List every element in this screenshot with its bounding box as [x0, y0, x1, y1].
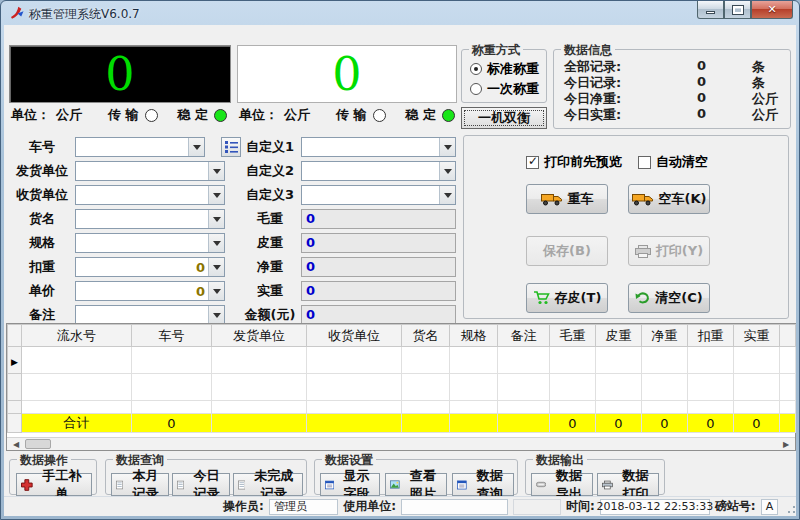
col-serial-no[interactable]: 流水号 — [22, 325, 132, 347]
net-weight-field: 0 — [301, 257, 456, 277]
tare-weight-field: 0 — [301, 233, 456, 253]
chevron-down-icon[interactable] — [208, 258, 224, 276]
col-actual[interactable]: 实重 — [734, 325, 780, 347]
amount-label: 金额(元) — [239, 306, 301, 324]
save-button[interactable]: 保存(B) — [526, 236, 608, 266]
station-value: A — [761, 499, 779, 515]
export-disk-icon — [536, 480, 546, 489]
records-table: 流水号 车号 发货单位 收货单位 货名 规格 备注 毛重 皮重 净重 扣重 实重… — [6, 323, 796, 451]
close-button[interactable]: ✕ — [751, 1, 793, 19]
document-icon — [116, 479, 123, 491]
goods-name-combobox[interactable] — [75, 209, 225, 229]
stable-label: 稳 定 — [406, 106, 437, 124]
undo-arrow-icon — [635, 291, 650, 305]
chevron-down-icon[interactable] — [208, 282, 224, 300]
col-goods[interactable]: 货名 — [402, 325, 450, 347]
table-row[interactable] — [8, 374, 796, 401]
view-photos-button[interactable]: 查看照片 — [385, 473, 447, 496]
truck-no-combobox[interactable] — [75, 137, 205, 157]
remark-combobox[interactable] — [75, 305, 225, 325]
info-row-today-actual: 今日实重: 0 公斤 — [564, 106, 782, 122]
maximize-icon — [733, 6, 743, 14]
loaded-truck-button[interactable]: 重车 — [526, 184, 608, 214]
minimize-icon — [706, 11, 715, 14]
total-truck-count: 0 — [132, 414, 212, 433]
col-shipper[interactable]: 发货单位 — [212, 325, 307, 347]
display-fields-button[interactable]: 显示字段 — [320, 473, 380, 496]
col-spec[interactable]: 规格 — [450, 325, 498, 347]
truck-no-list-button[interactable] — [221, 137, 241, 157]
receiver-label: 收货单位 — [9, 186, 75, 204]
col-deduct[interactable]: 扣重 — [688, 325, 734, 347]
scroll-left-icon[interactable]: ◀ — [9, 439, 23, 450]
chevron-down-icon[interactable] — [208, 210, 224, 228]
chevron-down-icon[interactable] — [208, 306, 224, 324]
custom3-combobox[interactable] — [301, 185, 456, 205]
empty-truck-button[interactable]: 空车(K) — [628, 184, 710, 214]
table-header-row: 流水号 车号 发货单位 收货单位 货名 规格 备注 毛重 皮重 净重 扣重 实重 — [8, 325, 796, 347]
col-tare[interactable]: 皮重 — [596, 325, 642, 347]
row-gutter — [8, 325, 22, 347]
preview-print-checkbox[interactable]: 打印前先预览 — [526, 153, 622, 171]
col-remark[interactable]: 备注 — [498, 325, 550, 347]
unit-price-combobox[interactable]: 0 — [75, 281, 225, 301]
custom3-label: 自定义3 — [239, 186, 301, 204]
actual-weight-field: 0 — [301, 281, 456, 301]
unfinished-records-button[interactable]: 未完成记录 — [233, 473, 303, 496]
scroll-right-icon[interactable]: ▶ — [779, 439, 793, 450]
data-query-button[interactable]: 数据查询 — [452, 473, 514, 496]
table-row[interactable]: ▶ — [8, 347, 796, 374]
gross-weight-label: 毛重 — [239, 210, 301, 228]
indicator-row-primary: 单位： 公斤 传 输 稳 定 — [11, 106, 227, 124]
dual-scale-button[interactable]: 一机双衡 — [461, 107, 547, 129]
chevron-down-icon[interactable] — [208, 186, 224, 204]
month-records-button[interactable]: 本月记录 — [111, 473, 169, 496]
app-window: 称重管理系统V6.0.7 ✕ 系统操作(F) 数据维护(D) 系统维护(S) 打… — [0, 0, 800, 520]
custom2-combobox[interactable] — [301, 161, 456, 181]
print-button[interactable]: 打印(Y) — [628, 236, 710, 266]
unit-label: 单位： — [239, 106, 278, 124]
minimize-button[interactable] — [697, 1, 724, 19]
cart-icon — [533, 291, 550, 305]
resize-grip-icon[interactable] — [785, 499, 796, 515]
printer-icon — [635, 245, 651, 258]
chevron-down-icon[interactable] — [208, 162, 224, 180]
total-label: 合计 — [22, 414, 132, 433]
station-label: 磅站号: — [715, 498, 756, 515]
col-receiver[interactable]: 收货单位 — [307, 325, 402, 347]
maximize-button[interactable] — [724, 1, 751, 19]
col-truck-no[interactable]: 车号 — [132, 325, 212, 347]
chevron-down-icon[interactable] — [439, 186, 455, 204]
table-row[interactable] — [8, 401, 796, 414]
data-print-button[interactable]: 数据打印 — [597, 473, 659, 496]
clear-button[interactable]: 清空(C) — [628, 283, 710, 313]
col-net[interactable]: 净重 — [642, 325, 688, 347]
today-records-button[interactable]: 今日记录 — [172, 473, 230, 496]
scrollbar-thumb[interactable] — [25, 439, 51, 449]
radio-single-weigh[interactable]: 一次称重 — [470, 80, 539, 98]
chevron-down-icon[interactable] — [439, 162, 455, 180]
shipper-combobox[interactable] — [75, 161, 225, 181]
chevron-down-icon[interactable] — [188, 138, 204, 156]
transmit-lamp-icon — [145, 109, 158, 122]
custom1-combobox[interactable] — [301, 137, 456, 157]
time-value: 2018-03-12 22:53:33 — [600, 499, 710, 515]
data-export-button[interactable]: 数据导出 — [531, 473, 593, 496]
store-tare-button[interactable]: 存皮(T) — [526, 283, 608, 313]
receiver-combobox[interactable] — [75, 185, 225, 205]
auto-clear-checkbox[interactable]: 自动清空 — [638, 153, 708, 171]
radio-standard-weigh[interactable]: 标准称重 — [470, 60, 539, 78]
total-row: 合计 0 0 0 0 0 0 — [8, 414, 796, 433]
horizontal-scrollbar[interactable]: ◀ ▶ — [7, 437, 795, 450]
title-bar[interactable]: 称重管理系统V6.0.7 ✕ — [1, 1, 799, 25]
manual-entry-button[interactable]: 手工补单 — [16, 473, 92, 496]
stable-lamp-icon — [214, 109, 227, 122]
chevron-down-icon[interactable] — [439, 138, 455, 156]
spec-combobox[interactable] — [75, 233, 225, 253]
deduct-weight-combobox[interactable]: 0 — [75, 257, 225, 277]
total-deduct: 0 — [688, 414, 734, 433]
chevron-down-icon[interactable] — [208, 234, 224, 252]
col-gross[interactable]: 毛重 — [550, 325, 596, 347]
radio-icon — [470, 63, 482, 75]
gross-weight-field: 0 — [301, 209, 456, 229]
